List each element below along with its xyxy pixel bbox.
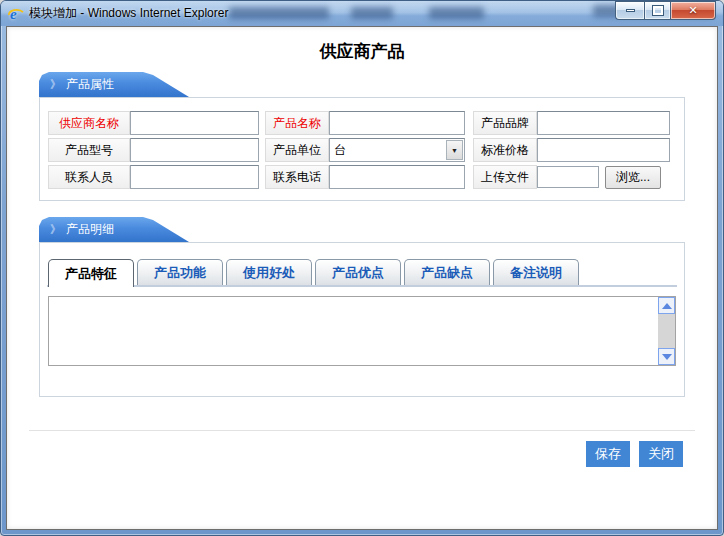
footer-actions: 保存 关闭: [7, 441, 717, 467]
textarea-scrollbar[interactable]: [658, 297, 675, 365]
ie-logo-icon: e: [8, 6, 24, 22]
minimize-icon: [626, 9, 635, 12]
form-row: 联系人员 联系电话 上传文件 浏览...: [48, 165, 676, 189]
background-blur-shape: [351, 7, 393, 19]
standard-price-label: 标准价格: [473, 138, 537, 162]
tab-product-advantages[interactable]: 产品优点: [315, 259, 401, 285]
scroll-up-button[interactable]: [658, 297, 675, 314]
browse-button[interactable]: 浏览...: [605, 166, 661, 189]
scroll-down-button[interactable]: [658, 348, 675, 365]
product-unit-label: 产品单位: [265, 138, 329, 162]
tab-usage-benefits[interactable]: 使用好处: [226, 259, 312, 285]
section-chevron-icon: 》: [50, 222, 61, 237]
product-unit-value: 台: [330, 142, 346, 159]
supplier-name-input[interactable]: [130, 111, 259, 135]
background-blur-shape: [429, 7, 484, 19]
product-name-label: 产品名称: [265, 111, 329, 135]
tab-remarks[interactable]: 备注说明: [493, 259, 579, 285]
section-header-product-attributes: 》 产品属性: [39, 72, 189, 97]
contact-person-input[interactable]: [130, 165, 259, 189]
contact-person-label: 联系人员: [48, 165, 130, 189]
product-model-label: 产品型号: [48, 138, 130, 162]
detail-textarea[interactable]: [49, 297, 658, 365]
arrow-down-icon: [662, 354, 672, 360]
maximize-icon: [653, 6, 663, 15]
minimize-button[interactable]: [615, 1, 644, 20]
product-unit-select[interactable]: 台 ▼: [329, 138, 465, 162]
tab-product-disadvantages[interactable]: 产品缺点: [404, 259, 490, 285]
section-product-attributes: 》 产品属性 供应商名称 产品名称 产品品牌 产品型号: [39, 72, 685, 201]
contact-phone-label: 联系电话: [265, 165, 329, 189]
arrow-up-icon: [662, 303, 672, 309]
section-title: 产品属性: [66, 76, 114, 93]
tab-product-features[interactable]: 产品特征: [48, 259, 134, 287]
save-button[interactable]: 保存: [586, 441, 630, 467]
product-model-input[interactable]: [130, 138, 259, 162]
close-button[interactable]: 关闭: [639, 441, 683, 467]
chevron-down-icon[interactable]: ▼: [446, 140, 463, 160]
divider: [29, 430, 695, 431]
product-brand-input[interactable]: [537, 111, 670, 135]
product-name-input[interactable]: [329, 111, 465, 135]
supplier-name-label: 供应商名称: [48, 111, 130, 135]
close-window-button[interactable]: ✕: [671, 1, 716, 20]
standard-price-input[interactable]: [537, 138, 670, 162]
detail-tabs: 产品特征 产品功能 使用好处 产品优点 产品缺点 备注说明: [47, 259, 677, 287]
product-brand-label: 产品品牌: [473, 111, 537, 135]
upload-file-input[interactable]: [537, 166, 599, 188]
attributes-form-box: 供应商名称 产品名称 产品品牌 产品型号 产品单位 台 ▼: [39, 97, 685, 201]
titlebar[interactable]: e 模块增加 - Windows Internet Explorer ✕: [1, 1, 723, 26]
page-title: 供应商产品: [7, 40, 717, 63]
background-blur-shape: [229, 7, 329, 19]
section-product-detail: 》 产品明细 产品特征 产品功能 使用好处 产品优点 产品缺点 备注说明: [39, 217, 685, 397]
browser-window: e 模块增加 - Windows Internet Explorer ✕ 供应商…: [0, 0, 724, 536]
detail-textarea-container: [48, 296, 676, 366]
section-header-product-detail: 》 产品明细: [39, 217, 189, 242]
section-chevron-icon: 》: [50, 77, 61, 92]
form-row: 产品型号 产品单位 台 ▼ 标准价格: [48, 138, 676, 162]
close-icon: ✕: [688, 4, 697, 17]
window-title: 模块增加 - Windows Internet Explorer: [29, 5, 228, 22]
form-row: 供应商名称 产品名称 产品品牌: [48, 111, 676, 135]
upload-file-control: 浏览...: [537, 165, 670, 189]
upload-file-label: 上传文件: [473, 165, 537, 189]
svg-text:e: e: [10, 6, 17, 22]
contact-phone-input[interactable]: [329, 165, 465, 189]
maximize-button[interactable]: [644, 1, 671, 20]
section-title: 产品明细: [66, 221, 114, 238]
detail-box: 产品特征 产品功能 使用好处 产品优点 产品缺点 备注说明: [39, 242, 685, 397]
dialog-content: 供应商产品 》 产品属性 供应商名称 产品名称 产品品牌: [6, 26, 718, 530]
tab-product-functions[interactable]: 产品功能: [137, 259, 223, 285]
